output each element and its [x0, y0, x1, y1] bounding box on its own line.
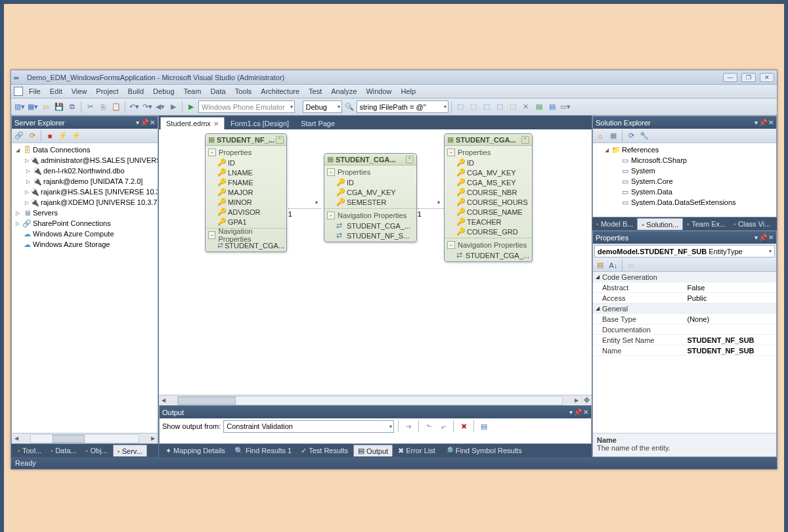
right-tab[interactable]: ▪Class Vi... [730, 218, 774, 230]
connect-icon[interactable]: 🔗 [13, 130, 25, 142]
minimize-button[interactable]: — [723, 73, 737, 82]
new-project-icon[interactable]: ▥▾ [14, 101, 26, 113]
goto-icon[interactable]: ➜ [403, 420, 414, 432]
reference-node[interactable]: ▭System.Data [593, 187, 776, 197]
wrap-icon[interactable]: ▤ [478, 420, 490, 432]
connection-node[interactable]: ▷🔌administrator@HS.SALES [UNIVERSE [12, 155, 158, 166]
device-target-combo[interactable]: Windows Phone Emulator [198, 100, 295, 113]
document-tab[interactable]: Start Page [295, 117, 341, 129]
refresh-icon[interactable]: ⟳ [625, 130, 637, 142]
entity-property[interactable]: 🔑COURSE_NBR [447, 187, 529, 197]
menu-tools[interactable]: Tools [230, 86, 257, 97]
designer-hscroll[interactable]: ◀ ▶ ✥ [159, 395, 592, 405]
bottom-tab[interactable]: 🔎Find Symbol Results [441, 445, 526, 456]
menu-debug[interactable]: Debug [148, 86, 179, 97]
bottom-tab[interactable]: 🔍Find Results 1 [230, 445, 296, 456]
connection-node[interactable]: ▷🔌rajank@demo [UNIDATA 7.2.0] [12, 176, 158, 187]
entity-property[interactable]: 🔑LNAME [208, 167, 284, 177]
tb-icon-1[interactable]: ⬚ [454, 101, 466, 113]
redo-icon[interactable]: ↷▾ [141, 101, 153, 113]
dropdown-icon[interactable]: ▾ [755, 119, 758, 126]
azure-storage-node[interactable]: ☁ Windows Azure Storage [12, 239, 158, 250]
menu-view[interactable]: View [67, 86, 92, 97]
dropdown-icon[interactable]: ▾ [755, 234, 758, 241]
alphabetical-icon[interactable]: A↓ [607, 259, 619, 271]
entity-property[interactable]: 🔑ID [447, 158, 529, 167]
entity-property[interactable]: 🔑TEACHER [447, 217, 529, 227]
show-all-icon[interactable]: ▦ [607, 130, 619, 142]
tb-icon-6[interactable]: ✕ [520, 101, 532, 113]
entity-property[interactable]: 🔑SEMESTER [327, 197, 414, 207]
close-button[interactable]: ✕ [760, 73, 774, 82]
servers-node[interactable]: ▷🖥 Servers [12, 208, 158, 218]
property-row[interactable]: AbstractFalse [593, 282, 776, 293]
home-icon[interactable]: ⌂ [594, 130, 606, 142]
collapse-icon[interactable]: ⌃ [406, 156, 414, 164]
cut-icon[interactable]: ✂ [84, 101, 96, 113]
data-connections-node[interactable]: ◢🗄 Data Connections [12, 144, 158, 155]
bottom-tab[interactable]: ✦Mapping Details [162, 445, 229, 456]
refresh-icon[interactable]: ⟳ [26, 130, 38, 142]
close-panel-icon[interactable]: ✕ [583, 409, 588, 416]
right-tab[interactable]: ▪Solution... [637, 218, 683, 230]
collapse-icon[interactable]: ⌃ [521, 136, 529, 144]
dropdown-icon[interactable]: ▾ [136, 119, 139, 126]
find-icon[interactable]: 🔍 [343, 101, 355, 113]
right-tab[interactable]: ▪Team Ex... [683, 218, 730, 230]
azure-compute-node[interactable]: ☁ Windows Azure Compute [12, 229, 158, 239]
next-icon[interactable]: ⬐ [437, 420, 449, 432]
menu-edit[interactable]: Edit [45, 86, 67, 97]
add-item-icon[interactable]: ▦▾ [27, 101, 39, 113]
property-row[interactable]: Documentation [593, 324, 776, 335]
properties-grid[interactable]: ◢ Code GenerationAbstractFalseAccessPubl… [593, 272, 776, 433]
output-source-combo[interactable]: Constraint Validation [223, 420, 394, 433]
save-all-icon[interactable]: ⧉ [66, 101, 78, 113]
solution-tree[interactable]: ◢📁 References ▭Microsoft.CSharp▭System▭S… [593, 143, 776, 217]
bottom-tab[interactable]: ▤Output [353, 445, 393, 456]
tb-icon-3[interactable]: ⬚ [481, 101, 492, 113]
entity-property[interactable]: 🔑MINOR [208, 197, 284, 207]
prev-icon[interactable]: ⬑ [423, 420, 435, 432]
close-tab-icon[interactable]: ✕ [213, 120, 219, 127]
property-pages-icon[interactable]: ▭ [625, 259, 637, 271]
property-row[interactable]: Entity Set NameSTUDENT_NF_SUB [593, 335, 776, 345]
tb-icon-7[interactable]: ▤ [533, 101, 545, 113]
menu-data[interactable]: Data [206, 86, 230, 97]
server-explorer-hscroll[interactable]: ◀ ▶ [12, 433, 158, 443]
menu-architecture[interactable]: Architecture [256, 86, 304, 97]
entity-property[interactable]: 🔑COURSE_NAME [447, 207, 529, 217]
entity-property[interactable]: 🔑ADVISOR [208, 207, 284, 217]
left-tab[interactable]: ▪Obj... [82, 445, 112, 456]
right-tab[interactable]: ▪Model B... [592, 218, 637, 230]
connection-node[interactable]: ▷🔌rajank@HS.SALES [UNIVERSE 10.3.7 [12, 187, 158, 197]
pin-icon[interactable]: 📌 [759, 119, 767, 126]
entity-property[interactable]: 🔑COURSE_GRD [447, 227, 529, 236]
pin-icon[interactable]: 📌 [141, 119, 148, 126]
entity-property[interactable]: 🔑GPA1 [208, 217, 284, 227]
dropdown-icon[interactable]: ▾ [569, 409, 573, 416]
quick-find-combo[interactable]: string IFilePath = @" [357, 100, 449, 113]
nav-back-icon[interactable]: ◀▾ [154, 101, 166, 113]
entity-box[interactable]: ▦STUDENT_CGA...⌃−Properties🔑ID🔑CGA_MV_KE… [444, 133, 533, 262]
paste-icon[interactable]: 📋 [110, 101, 122, 113]
left-tab[interactable]: ▪Tool... [14, 445, 45, 456]
server-explorer-tree[interactable]: ◢🗄 Data Connections ▷🔌administrator@HS.S… [12, 143, 158, 433]
menu-window[interactable]: Window [361, 86, 396, 97]
categorized-icon[interactable]: ▤ [594, 259, 606, 271]
reference-node[interactable]: ▭System.Data.DataSetExtensions [593, 197, 776, 208]
properties-object-combo[interactable]: demoModel.STUDENT_NF_SUB EntityType [594, 245, 775, 257]
reference-node[interactable]: ▭System [593, 166, 776, 176]
close-panel-icon[interactable]: ✕ [768, 234, 774, 241]
collapse-icon[interactable]: ⌃ [276, 136, 284, 144]
start-debug-icon[interactable]: ▶ [185, 101, 197, 113]
entity-property[interactable]: 🔑CGA_MV_KEY [447, 167, 529, 177]
menu-build[interactable]: Build [123, 86, 148, 97]
menu-help[interactable]: Help [397, 86, 421, 97]
tb-icon-5[interactable]: ⬚ [507, 101, 519, 113]
properties-icon[interactable]: 🔧 [638, 130, 650, 142]
edmx-designer[interactable]: 1 * 1 * ▦STUDENT_NF_...⌃−Properties🔑ID🔑L… [159, 129, 592, 395]
connection-node[interactable]: ▷🔌rajank@XDEMO [UNIVERSE 10.3.7] [12, 197, 158, 208]
tb-icon-9[interactable]: ▭▾ [559, 101, 571, 113]
menu-test[interactable]: Test [304, 86, 326, 97]
add-server-icon[interactable]: ⚡ [70, 130, 82, 142]
